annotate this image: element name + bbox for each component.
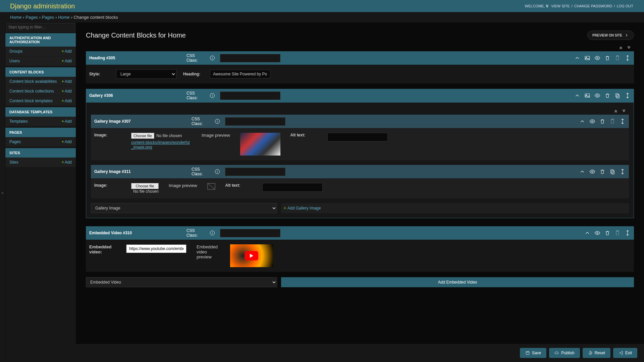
- sidebar-filter-input[interactable]: [6, 23, 75, 31]
- trash-icon[interactable]: [604, 55, 610, 61]
- add-templates[interactable]: +Add: [62, 119, 72, 124]
- paste-icon[interactable]: [614, 230, 621, 236]
- eye-icon[interactable]: [589, 169, 595, 175]
- add-cbt[interactable]: +Add: [62, 99, 72, 103]
- copy-paste-icon[interactable]: [614, 93, 621, 99]
- paste-icon[interactable]: [614, 55, 621, 61]
- css-class-input[interactable]: [225, 117, 285, 126]
- drag-handle-icon[interactable]: [625, 55, 631, 61]
- add-embedded-video-button[interactable]: Add Embedded Video: [281, 277, 634, 287]
- trash-icon[interactable]: [604, 93, 610, 99]
- trash-icon[interactable]: [599, 169, 605, 175]
- sidebar-item-cbt[interactable]: Content block templates: [9, 99, 53, 103]
- image-icon[interactable]: [584, 93, 590, 99]
- css-class-input[interactable]: [220, 54, 280, 62]
- no-image-icon: [207, 183, 215, 190]
- image-preview: [240, 133, 280, 156]
- add-users[interactable]: +Add: [62, 59, 72, 63]
- svg-rect-20: [526, 351, 529, 354]
- publish-button[interactable]: Publish: [549, 348, 580, 358]
- drag-handle-icon[interactable]: [625, 230, 631, 236]
- add-cbc[interactable]: +Add: [62, 89, 72, 94]
- eye-icon[interactable]: [594, 93, 600, 99]
- trash-icon[interactable]: [604, 230, 610, 236]
- sidebar-item-sites[interactable]: Sites: [9, 160, 18, 165]
- css-class-input[interactable]: [220, 92, 280, 100]
- change-password-link[interactable]: CHANGE PASSWORD: [574, 4, 612, 8]
- chevron-up-icon[interactable]: [574, 55, 580, 61]
- breadcrumb-home2[interactable]: Home: [58, 15, 70, 20]
- info-icon[interactable]: i: [210, 93, 215, 98]
- add-gallery-image-button[interactable]: +Add Gallery Image: [281, 203, 629, 213]
- sidebar-item-cba[interactable]: Content block availabilities: [9, 79, 57, 84]
- collapse-all-icon[interactable]: [613, 109, 618, 113]
- site-title: Django administration: [10, 2, 75, 10]
- block-title: Heading #305: [89, 56, 183, 60]
- preview-on-site-button[interactable]: PREVIEW ON SITE: [587, 31, 634, 40]
- expand-all-icon[interactable]: [627, 45, 631, 50]
- choose-file-button[interactable]: Choose file: [131, 133, 154, 139]
- page-title: Change Content Blocks for Home: [86, 32, 186, 39]
- info-icon[interactable]: i: [210, 56, 215, 60]
- video-preview[interactable]: [230, 244, 273, 267]
- eye-icon[interactable]: [589, 118, 595, 124]
- drag-handle-icon[interactable]: [620, 169, 626, 175]
- save-button[interactable]: Save: [520, 348, 546, 358]
- alt-text-input[interactable]: [327, 133, 388, 141]
- eye-icon[interactable]: [594, 230, 600, 236]
- add-groups[interactable]: +Add: [62, 49, 72, 54]
- reset-button[interactable]: Reset: [583, 348, 610, 358]
- sidebar-section-db: DATABASE TEMPLATES: [5, 107, 76, 117]
- chevron-up-icon[interactable]: [584, 230, 590, 236]
- image-icon[interactable]: [584, 55, 590, 61]
- sidebar-section-auth: AUTHENTICATION AND AUTHORIZATION: [5, 33, 76, 47]
- info-icon[interactable]: i: [215, 169, 220, 174]
- breadcrumb-pages[interactable]: Pages: [25, 15, 38, 20]
- svg-point-13: [592, 171, 593, 173]
- alt-text-input[interactable]: [262, 183, 323, 192]
- sidebar-item-users[interactable]: Users: [9, 59, 20, 63]
- copy-paste-icon[interactable]: [609, 169, 615, 175]
- save-icon: [525, 351, 530, 355]
- sidebar-item-templates[interactable]: Templates: [9, 119, 28, 124]
- file-link[interactable]: content-blocks/images/wonderful_image.pn…: [131, 140, 192, 149]
- style-select[interactable]: Large: [116, 69, 176, 79]
- sidebar-section-pages: PAGES: [5, 128, 76, 137]
- css-class-input[interactable]: [225, 168, 285, 176]
- add-pages[interactable]: +Add: [62, 139, 72, 144]
- block-gallery-image-307: Gallery Image #307 CSS Class: i: [91, 115, 629, 160]
- logout-link[interactable]: LOG OUT: [616, 4, 633, 8]
- add-sites[interactable]: +Add: [62, 160, 72, 165]
- chevron-up-icon[interactable]: [579, 118, 585, 124]
- css-class-input[interactable]: [220, 229, 280, 237]
- sidebar-item-pages[interactable]: Pages: [9, 139, 21, 144]
- add-block-type-select[interactable]: Embedded Video: [86, 277, 277, 287]
- chevron-right-icon: [624, 33, 629, 38]
- paste-icon[interactable]: [609, 118, 615, 124]
- video-url-input[interactable]: [126, 244, 186, 253]
- sidebar-item-cbc[interactable]: Content block collections: [9, 89, 54, 94]
- exit-button[interactable]: Exit: [613, 348, 637, 358]
- add-cba[interactable]: +Add: [62, 79, 72, 84]
- add-gallery-type-select[interactable]: Gallery Image: [91, 203, 277, 213]
- heading-input[interactable]: [210, 70, 270, 78]
- exit-icon: [619, 351, 623, 355]
- sidebar-item-groups[interactable]: Groups: [9, 49, 22, 54]
- expand-all-icon[interactable]: [622, 109, 626, 113]
- trash-icon[interactable]: [599, 118, 605, 124]
- drag-handle-icon[interactable]: [620, 118, 626, 124]
- chevron-up-icon[interactable]: [579, 169, 585, 175]
- info-icon[interactable]: i: [215, 119, 220, 124]
- main-content: Change Content Blocks for Home PREVIEW O…: [76, 22, 644, 362]
- sidebar-collapse-handle[interactable]: «: [0, 22, 5, 362]
- breadcrumb-pages2[interactable]: Pages: [42, 15, 54, 20]
- chevron-up-icon[interactable]: [574, 93, 580, 99]
- reset-icon: [588, 351, 593, 355]
- eye-icon[interactable]: [594, 55, 600, 61]
- drag-handle-icon[interactable]: [625, 93, 631, 99]
- choose-file-button[interactable]: Choose file: [131, 183, 159, 189]
- info-icon[interactable]: i: [210, 231, 215, 235]
- collapse-all-icon[interactable]: [619, 45, 623, 50]
- breadcrumb-home[interactable]: Home: [10, 15, 22, 20]
- view-site-link[interactable]: VIEW SITE: [551, 4, 570, 8]
